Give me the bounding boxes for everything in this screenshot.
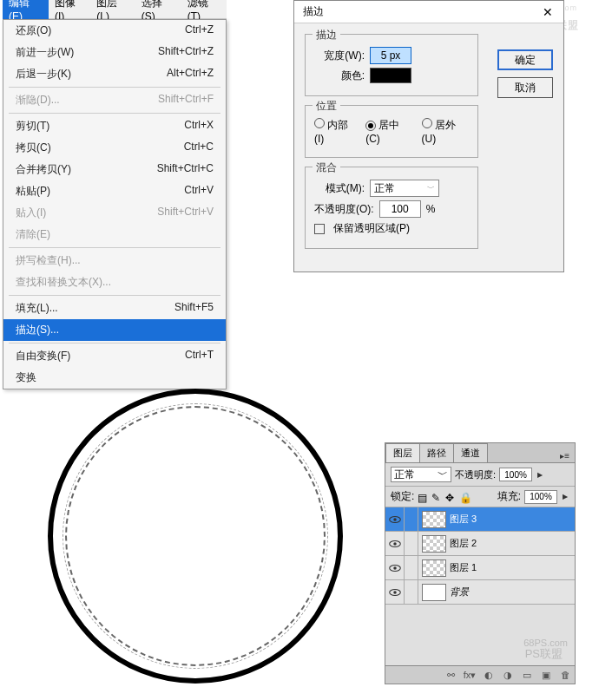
fill-flyout-icon[interactable]: ▶: [561, 493, 569, 500]
menu-item: 贴入(I)Shift+Ctrl+V: [3, 202, 226, 224]
menu-item-label: 渐隐(D)...: [16, 93, 60, 108]
new-layer-icon[interactable]: ▣: [540, 669, 552, 681]
layers-tabs: 图层 路径 通道 ▸≡: [385, 443, 575, 463]
menu-item[interactable]: 前进一步(W)Shift+Ctrl+Z: [3, 42, 226, 63]
svg-point-3: [393, 542, 397, 546]
menu-item-shortcut: Ctrl+Z: [185, 23, 214, 38]
menu-item[interactable]: 变换: [3, 367, 226, 389]
layer-row[interactable]: 图层 2: [385, 532, 575, 556]
close-icon[interactable]: ✕: [537, 5, 558, 19]
panel-menu-icon[interactable]: ▸≡: [555, 449, 575, 462]
menu-item[interactable]: 合并拷贝(Y)Shift+Ctrl+C: [3, 159, 226, 180]
menu-item-label: 合并拷贝(Y): [16, 162, 71, 177]
menu-item: 清除(E): [3, 224, 226, 245]
lock-label: 锁定:: [391, 489, 414, 504]
menu-item-label: 查找和替换文本(X)...: [16, 275, 111, 290]
cancel-button[interactable]: 取消: [497, 77, 553, 98]
radio-outside[interactable]: 居外(U): [422, 118, 469, 145]
chevron-down-icon: ﹀: [427, 183, 435, 194]
link-cell: [405, 580, 418, 604]
layer-row[interactable]: 背景: [385, 580, 575, 605]
opacity-value[interactable]: 100%: [499, 468, 532, 481]
visibility-icon[interactable]: [385, 532, 405, 555]
fill-value[interactable]: 100%: [524, 490, 557, 504]
visibility-icon[interactable]: [385, 580, 405, 604]
menu-item-label: 描边(S)...: [16, 323, 59, 337]
link-cell: [405, 507, 418, 531]
menu-item[interactable]: 自由变换(F)Ctrl+T: [3, 345, 226, 367]
menu-item-shortcut: Shift+Ctrl+Z: [158, 45, 214, 60]
dialog-title: 描边: [303, 4, 324, 19]
adjustment-icon[interactable]: ◑: [502, 669, 514, 681]
tab-layers[interactable]: 图层: [385, 443, 420, 462]
color-swatch[interactable]: [370, 68, 411, 83]
opacity-flyout-icon[interactable]: ▶: [536, 471, 544, 479]
position-fieldset: 位置 内部(I) 居中(C) 居外(U): [305, 105, 478, 158]
menu-item[interactable]: 后退一步(K)Alt+Ctrl+Z: [3, 63, 226, 85]
menu-item: 查找和替换文本(X)...: [3, 271, 226, 293]
blend-legend: 混合: [313, 160, 340, 175]
position-legend: 位置: [313, 99, 340, 114]
fx-icon[interactable]: fx▾: [464, 669, 476, 681]
visibility-icon[interactable]: [385, 507, 405, 531]
layer-row[interactable]: 图层 3: [385, 507, 575, 532]
menu-item-label: 拼写检查(H)...: [16, 253, 81, 268]
menu-item-shortcut: Alt+Ctrl+Z: [167, 67, 214, 82]
tab-channels[interactable]: 通道: [453, 443, 488, 462]
menu-item-shortcut: Shift+Ctrl+F: [158, 93, 214, 108]
layers-bottom-bar: ⚯ fx▾ ◐ ◑ ▭ ▣ 🗑: [385, 665, 575, 684]
folder-icon[interactable]: ▭: [521, 669, 533, 681]
menu-item-label: 粘贴(P): [16, 184, 50, 199]
width-input[interactable]: [370, 47, 411, 64]
menu-item[interactable]: 剪切(T)Ctrl+X: [3, 115, 226, 137]
mask-icon[interactable]: ◐: [483, 669, 495, 681]
opacity-label: 不透明度(O):: [314, 202, 374, 217]
radio-inside[interactable]: 内部(I): [314, 118, 357, 145]
layer-name: 图层 3: [450, 513, 477, 526]
watermark-text2: PS联盟: [525, 646, 563, 662]
menu-item-shortcut: Shift+Ctrl+C: [157, 162, 214, 177]
menu-item[interactable]: 拷贝(C)Ctrl+C: [3, 137, 226, 159]
menu-item: 拼写检查(H)...: [3, 250, 226, 271]
menu-item-shortcut: Shift+Ctrl+V: [157, 206, 214, 220]
opacity-label: 不透明度:: [455, 468, 496, 481]
stroke-legend: 描边: [313, 28, 340, 43]
color-label: 颜色:: [314, 69, 365, 83]
tab-paths[interactable]: 路径: [419, 443, 454, 462]
svg-point-7: [393, 591, 397, 594]
edit-menu-dropdown: 还原(O)Ctrl+Z前进一步(W)Shift+Ctrl+Z后退一步(K)Alt…: [3, 19, 227, 389]
lock-all-icon[interactable]: 🔒: [459, 492, 470, 502]
opacity-input[interactable]: [379, 200, 421, 218]
blend-mode-select[interactable]: 正常﹀: [391, 467, 451, 482]
lock-brush-icon[interactable]: ✎: [431, 492, 442, 502]
visibility-icon[interactable]: [385, 556, 405, 579]
menu-item-label: 后退一步(K): [16, 67, 71, 82]
layer-name: 图层 2: [450, 537, 477, 550]
link-icon[interactable]: ⚯: [444, 669, 457, 681]
ok-button[interactable]: 确定: [497, 49, 553, 70]
layer-thumbnail: [422, 584, 446, 601]
menu-item-shortcut: Shift+F5: [174, 301, 214, 316]
layer-row[interactable]: 图层 1: [385, 556, 575, 580]
menu-item[interactable]: 描边(S)...: [3, 319, 226, 341]
layer-thumbnail: [422, 511, 446, 528]
layers-panel: 图层 路径 通道 ▸≡ 正常﹀ 不透明度: 100% ▶ 锁定: ▤ ✎ ✥ 🔒…: [385, 442, 576, 684]
menu-item[interactable]: 填充(L)...Shift+F5: [3, 298, 226, 319]
lock-transparency-icon[interactable]: ▤: [418, 492, 428, 502]
mode-label: 模式(M):: [314, 181, 365, 196]
lock-move-icon[interactable]: ✥: [445, 492, 456, 502]
chevron-down-icon: ﹀: [438, 468, 448, 482]
radio-center[interactable]: 居中(C): [365, 118, 412, 145]
menu-item-label: 贴入(I): [16, 206, 46, 220]
preserve-label: 保留透明区域(P): [333, 221, 410, 236]
trash-icon[interactable]: 🗑: [559, 669, 571, 681]
menu-item[interactable]: 粘贴(P)Ctrl+V: [3, 180, 226, 202]
stroke-fieldset: 描边 宽度(W): 颜色:: [305, 34, 478, 96]
menu-item[interactable]: 还原(O)Ctrl+Z: [3, 20, 226, 42]
layer-thumbnail: [422, 535, 446, 553]
menu-item-label: 自由变换(F): [16, 349, 70, 363]
mode-select[interactable]: 正常﹀: [370, 180, 439, 197]
menu-item-shortcut: Ctrl+T: [185, 349, 214, 363]
preserve-checkbox[interactable]: [314, 224, 325, 234]
svg-point-5: [393, 566, 397, 570]
